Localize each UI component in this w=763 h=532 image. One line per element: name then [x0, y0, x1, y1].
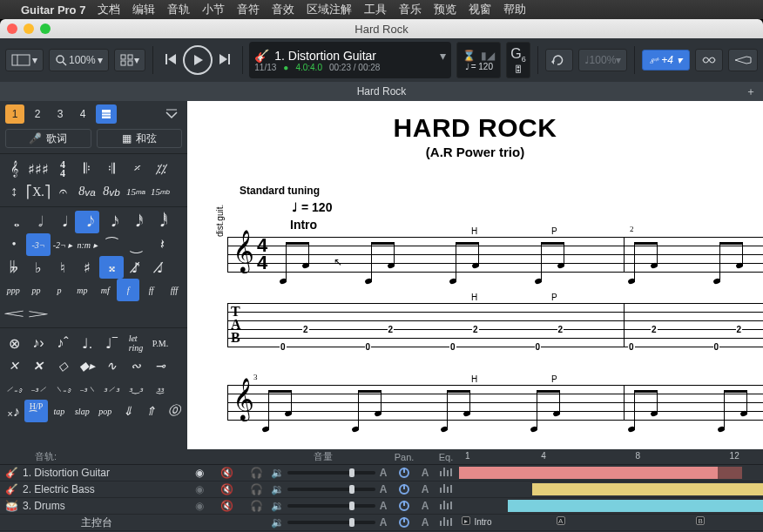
slur-button[interactable]: ‿ — [124, 233, 148, 256]
eighth-note-button[interactable]: 𝅘𝅥𝅮 — [75, 211, 99, 233]
visibility-icon[interactable]: ◉ — [195, 483, 204, 495]
quindicesima-button[interactable]: 15ma — [124, 180, 148, 203]
speed-trainer[interactable]: ♩ 100% ▾ — [578, 49, 628, 71]
eq-button[interactable] — [439, 467, 453, 479]
flat-button[interactable]: ♭ — [26, 256, 51, 279]
pp-button[interactable]: pp — [24, 279, 47, 301]
tab-fret[interactable]: 0 — [713, 342, 720, 352]
harmonic-button[interactable]: ◇ — [51, 354, 75, 377]
ghost-note-button[interactable]: ♩̸ — [148, 256, 172, 279]
tab-fret[interactable]: 2 — [472, 325, 479, 334]
fretboard-button[interactable] — [728, 49, 758, 71]
clip[interactable] — [508, 500, 763, 512]
play-button[interactable] — [183, 45, 213, 75]
tab-fret[interactable]: 0 — [280, 342, 287, 352]
solo-headphones-icon[interactable]: 🎧 — [250, 467, 263, 479]
view-mode-button[interactable]: ▾ — [5, 49, 44, 71]
pan-knob[interactable] — [399, 468, 409, 478]
clip[interactable] — [532, 483, 763, 495]
bold-x-button[interactable]: ✕ — [26, 354, 51, 377]
layout-button[interactable]: ▾ — [114, 49, 145, 71]
sound-engine-button[interactable] — [695, 49, 723, 71]
half-note-button[interactable]: 𝅗𝅥 — [26, 211, 51, 233]
heavy-accent-button[interactable]: ♪ˆ — [51, 332, 75, 354]
tab-fret[interactable]: 0 — [365, 342, 372, 352]
skip-forward-button[interactable] — [214, 49, 235, 72]
track-row[interactable]: 🎸1. Distortion Guitar◉🔇🎧🔉AA — [0, 465, 763, 481]
simile-1-button[interactable]: 𝄎 — [124, 158, 148, 180]
let-ring-button[interactable]: letring — [124, 332, 148, 354]
free-time-button[interactable]: ↕ — [2, 180, 26, 203]
tap-button[interactable]: tap — [48, 400, 71, 422]
slide4-button[interactable]: ₋₃⟍ — [75, 377, 99, 400]
track-row[interactable]: 🥁3. Drums◉🔇🎧🔉AA — [0, 498, 763, 515]
menu-edit[interactable]: 编辑 — [132, 2, 155, 17]
track-timeline[interactable] — [459, 498, 763, 514]
auto-toggle[interactable]: A — [417, 483, 433, 495]
ottava-bassa-button[interactable]: 8vb — [99, 180, 124, 203]
pan-knob[interactable] — [399, 517, 409, 528]
new-tab-button[interactable]: ＋ — [742, 83, 760, 100]
auto-toggle[interactable]: A — [417, 516, 433, 529]
whole-note-button[interactable]: 𝅝 — [2, 211, 26, 233]
sixtyfourth-note-button[interactable]: 𝅘𝅥𝅱 — [148, 211, 172, 233]
loop-button[interactable] — [545, 49, 573, 71]
chords-button[interactable]: ▦和弦 — [97, 129, 183, 148]
mf-button[interactable]: mf — [94, 279, 117, 301]
auto-toggle[interactable]: A — [375, 500, 391, 512]
sharp-button[interactable]: ♯ — [75, 256, 99, 279]
eq-button[interactable] — [439, 483, 453, 495]
menu-note[interactable]: 音符 — [237, 2, 260, 17]
direction-button[interactable]: ⎡X.⎤ — [26, 180, 51, 203]
slide2-button[interactable]: ₋₃⟋ — [26, 377, 51, 400]
track-timeline[interactable] — [459, 465, 763, 481]
tab-fret[interactable]: 2 — [557, 325, 564, 334]
pan-knob[interactable] — [399, 501, 409, 511]
mp-button[interactable]: mp — [71, 279, 93, 301]
ppp-button[interactable]: ppp — [2, 279, 24, 301]
accent-button[interactable]: ♪› — [26, 332, 51, 354]
menu-sound[interactable]: 音乐 — [399, 2, 422, 17]
auto-toggle[interactable]: A — [375, 467, 391, 479]
rest-button[interactable]: 𝄽 — [148, 233, 172, 256]
hammer-button[interactable]: ₓ♪ — [2, 400, 24, 422]
tenuto-button[interactable]: ♩‾ — [99, 332, 124, 354]
double-sharp-button[interactable]: 𝄪 — [99, 256, 124, 279]
quindicesima-bassa-button[interactable]: 15mb — [148, 180, 172, 203]
tab-fret[interactable]: 0 — [628, 342, 635, 352]
key-panel[interactable]: G6 🎛 — [506, 42, 530, 78]
window-zoom-button[interactable] — [40, 24, 51, 34]
pop-button[interactable]: pop — [94, 400, 117, 422]
menu-file[interactable]: 文档 — [98, 2, 120, 17]
tuplet-custom-button[interactable]: -2¬ ▸ — [51, 233, 75, 256]
timeline-ruler[interactable]: 1 4 8 12 — [459, 449, 763, 464]
thirtysecond-note-button[interactable]: 𝅘𝅥𝅰 — [124, 211, 148, 233]
fff-button[interactable]: fff — [163, 279, 186, 301]
transport-strip[interactable]: ▸ Intro A B — [459, 515, 763, 530]
palette-page-3[interactable]: 3 — [51, 104, 70, 124]
master-track-row[interactable]: 主控台 🔉 A A ▸ Intro A B — [0, 515, 763, 531]
clip[interactable] — [459, 467, 718, 479]
dead-note-button[interactable]: ⊗ — [2, 332, 26, 354]
lyrics-button[interactable]: 🎤歌词 — [5, 129, 91, 148]
natural-button[interactable]: ♮ — [51, 256, 75, 279]
f-button[interactable]: f — [117, 279, 139, 301]
marker-b[interactable]: B — [696, 516, 705, 525]
mute-icon[interactable]: 🔇 — [220, 500, 233, 512]
tab-fret[interactable]: 2 — [651, 325, 658, 334]
play-marker-icon[interactable]: ▸ — [462, 516, 470, 525]
tab-fret[interactable]: 0 — [535, 342, 542, 352]
tab-fret[interactable]: 2 — [302, 325, 309, 334]
visibility-icon[interactable]: ◉ — [195, 500, 204, 512]
current-track-display[interactable]: 🎸 1. Distortion Guitar ▾ 11/13 ●4.0:4.0 … — [249, 42, 451, 78]
zoom-control[interactable]: 100%▾ — [49, 49, 109, 71]
skip-back-button[interactable] — [160, 49, 181, 72]
slide5-button[interactable]: ₃⟋₃ — [99, 377, 124, 400]
auto-toggle[interactable]: A — [375, 483, 391, 495]
eq-button[interactable] — [439, 500, 453, 512]
tab-fret[interactable]: 2 — [388, 325, 395, 334]
app-menu[interactable]: Guitar Pro 7 — [21, 3, 85, 17]
art-harmonic-button[interactable]: ◆▸ — [75, 354, 99, 377]
hopo-button[interactable]: H/P⁀ — [24, 400, 47, 422]
tab-fret[interactable]: 0 — [449, 342, 456, 352]
